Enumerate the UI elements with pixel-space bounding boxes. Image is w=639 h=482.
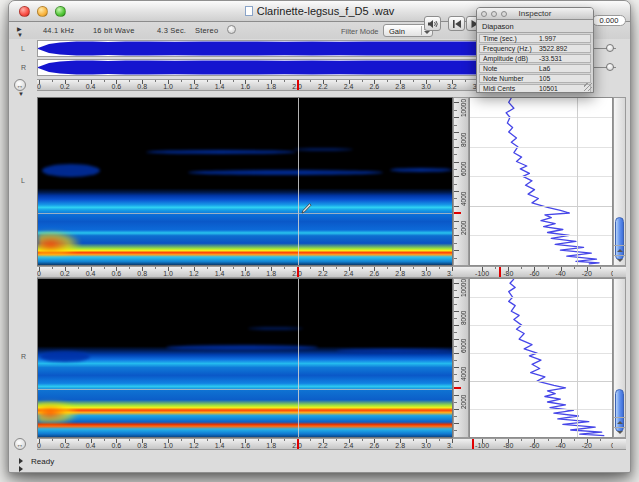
ruler-tick <box>387 439 388 441</box>
spectrogram-time-ruler-mid[interactable]: 00.20.40.60.81.01.21.41.61.82.02.22.42.6… <box>37 266 453 278</box>
freq-tick <box>454 132 459 133</box>
frequency-crosshair-line <box>38 389 452 390</box>
ruler-tick <box>413 439 414 441</box>
spectrogram-right-channel-label: R <box>21 353 26 360</box>
freq-tick <box>454 339 459 340</box>
inspector-row-value: 105 <box>539 75 550 82</box>
zoom-horizontal-icon[interactable]: ↔ <box>14 438 26 450</box>
ruler-tick <box>104 439 105 441</box>
status-disclosure-icon[interactable] <box>19 458 23 473</box>
ruler-tick <box>104 80 105 82</box>
ruler-tick <box>258 439 259 441</box>
pencil-cursor-icon <box>300 202 313 215</box>
spectrogram-time-ruler-bottom[interactable]: 00.20.40.60.81.01.21.41.61.82.02.22.42.6… <box>37 438 453 450</box>
freq-tick <box>454 346 457 347</box>
freq-tick <box>454 154 457 155</box>
db-tick <box>521 267 522 269</box>
ruler-tick <box>284 80 285 82</box>
db-tick-label: -100 <box>475 442 489 449</box>
speaker-button[interactable] <box>424 16 441 31</box>
scroll-up-icon[interactable] <box>614 417 625 427</box>
gain-slider-right[interactable] <box>592 63 616 72</box>
scrollbar-right[interactable] <box>613 278 626 438</box>
spectrum-plot-left[interactable] <box>469 97 613 266</box>
ruler-tick-label: 0 <box>37 270 41 277</box>
scroll-down-icon[interactable] <box>614 427 625 437</box>
scrollbar-left[interactable] <box>613 97 626 266</box>
inspector-row-value: 10501 <box>539 85 558 92</box>
inspector-row-label: Amplitude (dB) <box>483 55 535 62</box>
amplitude-cursor-marker <box>499 267 501 278</box>
ruler-tick <box>181 80 182 82</box>
ruler-tick-label: 3.0 <box>421 83 431 90</box>
ruler-tick <box>181 267 182 269</box>
db-axis-left[interactable]: -100-80-60-40-200 <box>469 266 613 278</box>
ruler-tick-label: 2.2 <box>318 270 328 277</box>
ruler-tick-label: 1.8 <box>266 442 276 449</box>
sample-rate-label: 44.1 kHz <box>43 26 74 35</box>
spectrogram-left[interactable] <box>37 97 453 266</box>
db-tick <box>548 267 549 269</box>
slider-knob[interactable] <box>606 63 614 71</box>
time-crosshair-line <box>298 98 299 265</box>
ruler-tick <box>104 267 105 269</box>
status-text: Ready <box>31 457 54 466</box>
inspector-row: Frequency (Hz.)3522.892 <box>479 44 591 53</box>
db-tick <box>495 267 496 269</box>
inspector-close-button[interactable] <box>481 11 487 17</box>
gain-slider-left[interactable] <box>592 44 616 53</box>
filter-collapse-icon[interactable]: ▼ <box>17 32 23 38</box>
ruler-tick-label: 2.4 <box>344 442 354 449</box>
freq-tick <box>454 416 457 417</box>
scroll-up-icon[interactable] <box>614 245 625 255</box>
gridline <box>470 381 612 382</box>
bit-depth-label: 16 bit Wave <box>93 26 135 35</box>
gridline <box>470 325 612 326</box>
freq-tick <box>454 206 459 207</box>
inspector-minimize-button[interactable] <box>491 11 497 17</box>
ruler-corner <box>453 266 469 278</box>
freq-tick <box>454 423 459 424</box>
freq-tick <box>454 147 459 148</box>
ruler-tick <box>129 439 130 441</box>
collapse-triangle-icon[interactable]: ▼ <box>18 91 24 97</box>
ruler-tick <box>207 267 208 269</box>
inspector-title-bar[interactable]: Inspector <box>477 8 593 20</box>
inspector-zoom-button[interactable] <box>501 11 507 17</box>
freq-tick <box>454 304 457 305</box>
resize-grip-icon[interactable] <box>584 83 592 91</box>
spectrum-plot-right[interactable] <box>469 278 613 438</box>
ruler-tick <box>439 267 440 269</box>
inspector-palette[interactable]: Inspector Diapason Time (sec.)1.997Frequ… <box>476 7 594 93</box>
overview-right-channel-label: R <box>21 64 26 71</box>
document-icon <box>245 6 253 16</box>
ruler-tick-label: 2.2 <box>318 83 328 90</box>
inspector-row-value: 1.997 <box>539 35 556 42</box>
frequency-ruler-right[interactable]: 200040006000800010000 <box>453 278 469 438</box>
ruler-tick-label: 3.0 <box>421 442 431 449</box>
scroll-down-icon[interactable] <box>614 255 625 265</box>
ruler-tick <box>362 267 363 269</box>
ruler-tick <box>258 267 259 269</box>
freq-tick <box>454 283 459 284</box>
info-icon[interactable] <box>227 25 236 34</box>
time-display-field[interactable]: 0.000 <box>592 15 626 26</box>
frequency-ruler-left[interactable]: 200040006000800010000 <box>453 97 469 266</box>
freq-tick <box>454 374 457 375</box>
ruler-tick <box>52 80 53 82</box>
skip-to-start-button[interactable] <box>448 16 465 31</box>
ruler-tick-label: 0.4 <box>86 83 96 90</box>
spectrogram-right[interactable] <box>37 278 453 438</box>
ruler-tick <box>78 439 79 441</box>
freq-tick <box>454 169 457 170</box>
zoom-horizontal-icon[interactable]: ↔ <box>14 79 26 91</box>
slider-knob[interactable] <box>606 44 614 52</box>
ruler-tick <box>233 80 234 82</box>
ruler-tick-label: 0.4 <box>86 442 96 449</box>
disclosure-triangle-icon[interactable]: ▶ <box>17 25 22 32</box>
db-axis-right[interactable]: -100-80-60-40-200 <box>469 438 613 450</box>
gridline <box>470 297 612 298</box>
ruler-tick <box>52 439 53 441</box>
ruler-tick-label: 1.8 <box>266 83 276 90</box>
freq-tick <box>454 198 457 199</box>
